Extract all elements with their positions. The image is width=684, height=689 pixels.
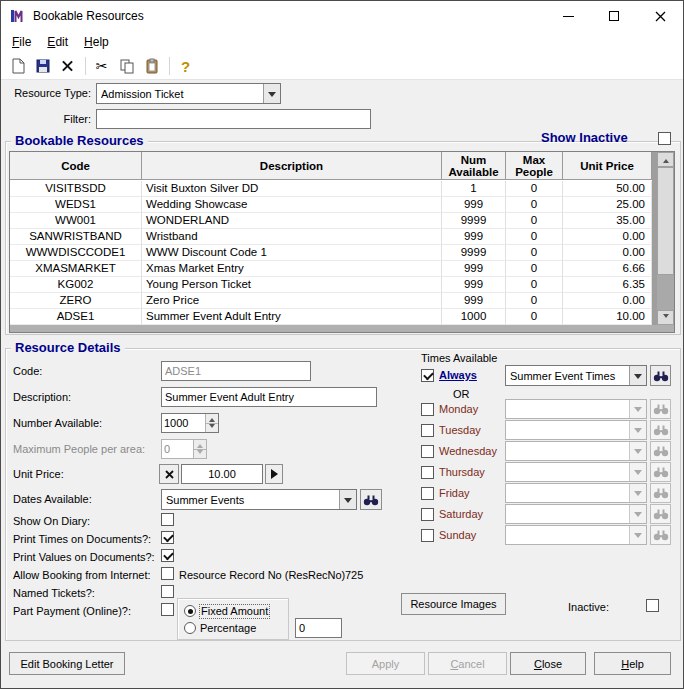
number-available-stepper[interactable] xyxy=(161,413,219,433)
vertical-scrollbar[interactable] xyxy=(657,152,674,325)
code-field xyxy=(161,361,311,381)
part-payment-amount-field[interactable] xyxy=(295,618,342,638)
copy-button[interactable] xyxy=(115,55,138,78)
chevron-down-icon xyxy=(268,92,276,101)
saturday-times-lookup-button xyxy=(650,504,671,524)
scrollbar-thumb[interactable] xyxy=(657,167,674,275)
print-times-checkbox[interactable] xyxy=(161,531,174,544)
table-row[interactable]: XMASMARKET Xmas Market Entry 999 0 6.66 xyxy=(10,261,652,277)
resource-type-select[interactable]: Admission Ticket xyxy=(96,83,281,104)
chevron-down-icon xyxy=(634,374,642,383)
saturday-checkbox[interactable] xyxy=(421,508,434,521)
tuesday-checkbox[interactable] xyxy=(421,424,434,437)
resource-type-dropdown-button[interactable] xyxy=(263,84,280,103)
unit-price-expand-button[interactable] xyxy=(265,464,283,484)
column-header-unit-price[interactable]: Unit Price xyxy=(563,152,652,179)
always-checkbox[interactable] xyxy=(421,369,434,382)
always-times-lookup-button[interactable] xyxy=(650,365,671,386)
table-row[interactable]: ZERO Zero Price 999 0 0.00 xyxy=(10,293,652,309)
close-accel: C xyxy=(534,658,542,670)
scroll-down-icon xyxy=(663,314,669,321)
cell-max-people: 0 xyxy=(506,197,563,213)
close-button-footer[interactable]: Close xyxy=(510,652,586,675)
column-header-description[interactable]: Description xyxy=(142,152,442,179)
menu-file[interactable]: File xyxy=(4,32,39,52)
table-row[interactable]: ADSE1 Summer Event Adult Entry 1000 0 10… xyxy=(10,309,652,325)
chevron-down-icon xyxy=(634,407,642,416)
unit-price-clear-button[interactable] xyxy=(159,464,179,484)
dates-available-value: Summer Events xyxy=(162,494,339,506)
menu-help-label: elp xyxy=(93,35,109,49)
column-header-code[interactable]: Code xyxy=(10,152,142,179)
cell-code: KG002 xyxy=(10,277,142,293)
number-available-value[interactable] xyxy=(162,414,205,432)
allow-booking-checkbox[interactable] xyxy=(161,567,174,580)
show-inactive-checkbox[interactable] xyxy=(658,132,671,145)
fixed-amount-label[interactable]: Fixed Amount xyxy=(200,605,269,618)
cancel-label: ancel xyxy=(458,658,484,670)
binoculars-icon xyxy=(653,529,669,541)
help-button-toolbar[interactable]: ? xyxy=(174,55,197,78)
filter-label: Filter: xyxy=(7,113,91,126)
scroll-up-button[interactable] xyxy=(657,152,674,167)
column-header-max-people[interactable]: Max People xyxy=(506,152,563,179)
dates-available-select[interactable]: Summer Events xyxy=(161,489,357,510)
table-row[interactable]: KG002 Young Person Ticket 999 0 6.35 xyxy=(10,277,652,293)
cell-code: VISITBSDD xyxy=(10,181,142,197)
menu-edit[interactable]: Edit xyxy=(39,32,76,52)
scroll-down-button[interactable] xyxy=(657,310,674,325)
percentage-label[interactable]: Percentage xyxy=(200,622,256,635)
cell-num-available: 999 xyxy=(442,293,506,309)
table-row[interactable]: SANWRISTBAND Wristband 999 0 0.00 xyxy=(10,229,652,245)
close-button[interactable] xyxy=(637,1,683,31)
always-times-dropdown-button[interactable] xyxy=(629,366,646,385)
wednesday-checkbox[interactable] xyxy=(421,445,434,458)
show-on-diary-checkbox[interactable] xyxy=(161,513,174,526)
dates-dropdown-button[interactable] xyxy=(339,490,356,509)
always-label: Always xyxy=(439,369,477,382)
print-values-checkbox[interactable] xyxy=(161,549,174,562)
new-button[interactable] xyxy=(6,55,29,78)
monday-checkbox[interactable] xyxy=(421,403,434,416)
resources-table: Code Description Num Available Max Peopl… xyxy=(9,151,675,333)
inactive-checkbox[interactable] xyxy=(646,599,659,612)
dates-lookup-button[interactable] xyxy=(360,489,382,510)
help-button[interactable]: Help xyxy=(594,652,671,675)
delete-button[interactable] xyxy=(56,55,79,78)
part-payment-checkbox[interactable] xyxy=(161,603,174,616)
minimize-button[interactable] xyxy=(545,1,591,31)
always-times-select[interactable]: Summer Event Times xyxy=(505,365,647,386)
percentage-radio[interactable] xyxy=(184,622,196,634)
cut-button[interactable]: ✂ xyxy=(90,55,113,78)
cell-max-people: 0 xyxy=(506,245,563,261)
unit-price-field[interactable] xyxy=(181,464,263,484)
description-field[interactable] xyxy=(161,387,377,407)
maximize-button[interactable] xyxy=(591,1,637,31)
thursday-checkbox[interactable] xyxy=(421,466,434,479)
column-header-num-available[interactable]: Num Available xyxy=(442,152,506,179)
table-row[interactable]: VISITBSDD Visit Buxton Silver DD 1 0 50.… xyxy=(10,181,652,197)
table-horizontal-scroll-area xyxy=(10,325,674,332)
monday-times-dropdown-button xyxy=(629,400,646,418)
table-row[interactable]: WWWDISCCODE1 WWW Discount Code 1 9999 0 … xyxy=(10,245,652,261)
menu-edit-label: dit xyxy=(55,35,68,49)
named-tickets-checkbox[interactable] xyxy=(161,585,174,598)
fixed-amount-radio[interactable] xyxy=(184,605,196,617)
table-row[interactable]: WW001 WONDERLAND 9999 0 35.00 xyxy=(10,213,652,229)
paste-button[interactable] xyxy=(140,55,163,78)
save-button[interactable] xyxy=(31,55,54,78)
stepper-down-button[interactable] xyxy=(206,423,218,433)
toolbar-separator xyxy=(85,57,86,75)
resource-images-button[interactable]: Resource Images xyxy=(401,593,506,615)
filter-input[interactable] xyxy=(96,109,371,129)
table-row[interactable]: WEDS1 Wedding Showcase 999 0 25.00 xyxy=(10,197,652,213)
menu-help[interactable]: Help xyxy=(76,32,117,52)
apply-label: Apply xyxy=(372,658,400,670)
cell-num-available: 999 xyxy=(442,261,506,277)
edit-booking-letter-button[interactable]: Edit Booking Letter xyxy=(9,652,125,675)
sunday-checkbox[interactable] xyxy=(421,529,434,542)
stepper-up-button[interactable] xyxy=(206,414,218,423)
friday-checkbox[interactable] xyxy=(421,487,434,500)
saturday-times-dropdown-button xyxy=(629,505,646,523)
wednesday-times-dropdown-button xyxy=(629,442,646,460)
